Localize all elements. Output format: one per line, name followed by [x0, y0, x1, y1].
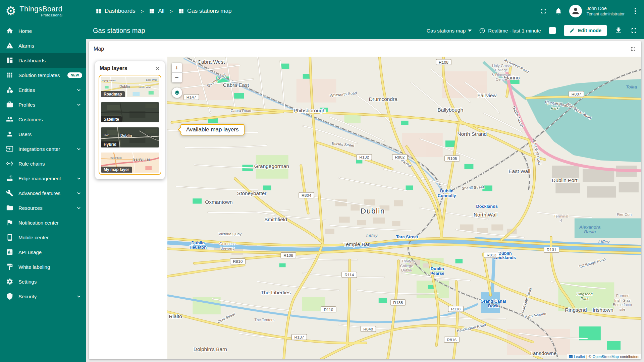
dashboard-select-value: Gas stations map — [427, 28, 466, 34]
layer-thumb-text: Smithfield — [110, 157, 122, 160]
sidebar-item-notification-center[interactable]: Notification center — [0, 215, 86, 230]
layer-thumb-text: DUBLIN — [132, 158, 151, 162]
app-edition: Professional — [19, 13, 62, 17]
alarm-icon — [6, 42, 13, 49]
map-container: Cabra WestCabra EastPhibsboroughDrumcond… — [89, 57, 641, 359]
sidebar-item-alarms[interactable]: Alarms — [0, 38, 86, 53]
map-canvas[interactable]: Cabra WestCabra EastPhibsboroughDrumcond… — [167, 57, 641, 359]
map-layer-hybrid[interactable]: townDublinHybrid — [101, 127, 159, 147]
download-icon[interactable] — [614, 26, 623, 35]
chevron-down-icon — [75, 101, 82, 108]
layer-thumb-text: East Wall — [146, 78, 157, 81]
zoom-out-button[interactable]: − — [172, 73, 182, 82]
map-label: Rialto — [169, 314, 182, 319]
sidebar-item-users[interactable]: Users — [0, 127, 86, 141]
profiles-icon — [6, 101, 13, 108]
security-icon — [6, 293, 13, 300]
openstreetmap-link[interactable]: OpenStreetMap — [593, 355, 619, 359]
map-layers-list: ngegormanDublinEast WallNorth Wall...Roa… — [99, 75, 161, 175]
map-layer-my-map-layer[interactable]: SmithfieldDUBLINMy map layer — [101, 153, 159, 173]
breadcrumb-item-dashboards[interactable]: Dashboards — [96, 8, 136, 14]
road-ref-badge: R131 — [544, 247, 559, 253]
road-ref-badge: R114 — [342, 272, 357, 278]
timewindow-button[interactable]: Realtime - last 1 minute — [479, 27, 541, 34]
apps-icon — [6, 71, 13, 79]
sidebar-item-advanced-features[interactable]: Advanced features — [0, 186, 86, 200]
map-label: Dolphin's Barn — [194, 347, 227, 352]
sidebar-item-settings[interactable]: Settings — [0, 274, 86, 289]
fullscreen-icon[interactable] — [540, 7, 548, 15]
sidebar-item-entities[interactable]: Entities — [0, 82, 86, 97]
pencil-icon — [570, 28, 575, 33]
widget-header: Map — [89, 41, 641, 57]
dashboard-content: Map — [86, 39, 644, 362]
sidebar-item-rule-chains[interactable]: Rule chains — [0, 156, 86, 171]
sidebar-item-dashboards[interactable]: Dashboards — [0, 53, 86, 68]
sidebar-item-label: Users — [18, 131, 32, 137]
sidebar-item-label: Solution templates — [18, 72, 60, 78]
sidebar-item-label: Edge management — [18, 176, 61, 181]
kebab-menu-icon[interactable] — [631, 7, 639, 15]
available-map-layers-tooltip: Available map layers — [180, 124, 245, 135]
sidebar-item-label: Advanced features — [18, 190, 60, 196]
road-ref-badge: R108 — [281, 252, 296, 258]
sidebar-item-resources[interactable]: Resources — [0, 200, 86, 215]
app-name: ThingsBoard — [19, 5, 62, 13]
map-layer-satellite[interactable]: Satellite — [101, 102, 159, 122]
map-layer-roadmap[interactable]: ngegormanDublinEast WallNorth Wall...Roa… — [101, 77, 159, 97]
app-root: ⚙ ThingsBoard Professional Dashboards>Al… — [0, 0, 644, 362]
sidebar-item-security[interactable]: Security — [0, 289, 86, 304]
edit-mode-button[interactable]: Edit mode — [564, 25, 607, 36]
sidebar-item-white-labeling[interactable]: White labeling — [0, 259, 86, 274]
widget-expand-icon[interactable] — [630, 46, 637, 52]
breadcrumb-item-gas-stations-map[interactable]: Gas stations map — [178, 8, 231, 14]
clock-icon — [479, 27, 485, 34]
sidebar-item-api-usage[interactable]: API usage — [0, 245, 86, 259]
dashboard-select[interactable]: Gas stations map — [427, 28, 472, 34]
map-label: Drumcondra — [369, 96, 398, 102]
map-label: Oxmantown — [205, 199, 232, 205]
road-ref-badge: R840 — [361, 326, 376, 332]
leaflet-link[interactable]: Leaflet — [574, 355, 585, 359]
user-icon — [571, 6, 580, 16]
avatar[interactable] — [569, 5, 582, 17]
sidebar-item-home[interactable]: Home — [0, 23, 86, 38]
sidebar-item-label: Alarms — [18, 43, 34, 49]
sidebar-item-profiles[interactable]: Profiles — [0, 97, 86, 112]
new-badge: NEW — [67, 72, 82, 78]
sidebar-item-integrations-center[interactable]: Integrations center — [0, 141, 86, 156]
notifications-bell-icon[interactable] — [554, 7, 562, 15]
chevron-down-icon — [75, 145, 82, 152]
breadcrumb-item-all[interactable]: All — [149, 8, 164, 14]
sidebar-item-customers[interactable]: Customers — [0, 112, 86, 127]
breadcrumb: Dashboards>All>Gas stations map — [86, 8, 540, 14]
resources-icon — [6, 204, 13, 212]
users-icon — [6, 130, 13, 138]
top-bar: ⚙ ThingsBoard Professional Dashboards>Al… — [0, 0, 644, 22]
svg-text:R110: R110 — [324, 307, 333, 312]
layer-label: My map layer — [101, 167, 132, 173]
road-ref-badge: R813 — [484, 252, 499, 258]
sidebar-item-mobile-center[interactable]: Mobile center — [0, 230, 86, 245]
map-label: Dublin — [361, 207, 385, 215]
sidebar-item-edge-management[interactable]: Edge management — [0, 171, 86, 186]
sidebar-item-solution-templates[interactable]: Solution templatesNEW — [0, 68, 86, 82]
map-label: Lansdowne — [530, 350, 556, 356]
fullscreen-dashboard-icon[interactable] — [630, 26, 638, 35]
top-actions: John Doe Tenant administrator — [540, 5, 644, 17]
svg-text:R813: R813 — [487, 253, 496, 257]
close-icon[interactable] — [155, 66, 160, 71]
attribution-separator: | — [586, 355, 587, 359]
logo[interactable]: ⚙ ThingsBoard Professional — [0, 5, 86, 17]
map-label: Smithfield — [264, 217, 287, 223]
image-gallery-icon[interactable] — [548, 26, 556, 35]
widget-title: Map — [94, 46, 104, 52]
dashboard-toolbar: Gas stations map Gas stations map Realti… — [86, 22, 644, 39]
sidebar-item-label: Entities — [18, 87, 35, 93]
zoom-in-button[interactable]: + — [172, 63, 182, 73]
leaflet-flag-icon — [569, 355, 573, 358]
map-label: Phibsborough — [293, 108, 325, 114]
map-label: The Tenters — [254, 318, 275, 322]
layers-button[interactable] — [172, 87, 182, 98]
dashboard-icon — [96, 8, 102, 14]
